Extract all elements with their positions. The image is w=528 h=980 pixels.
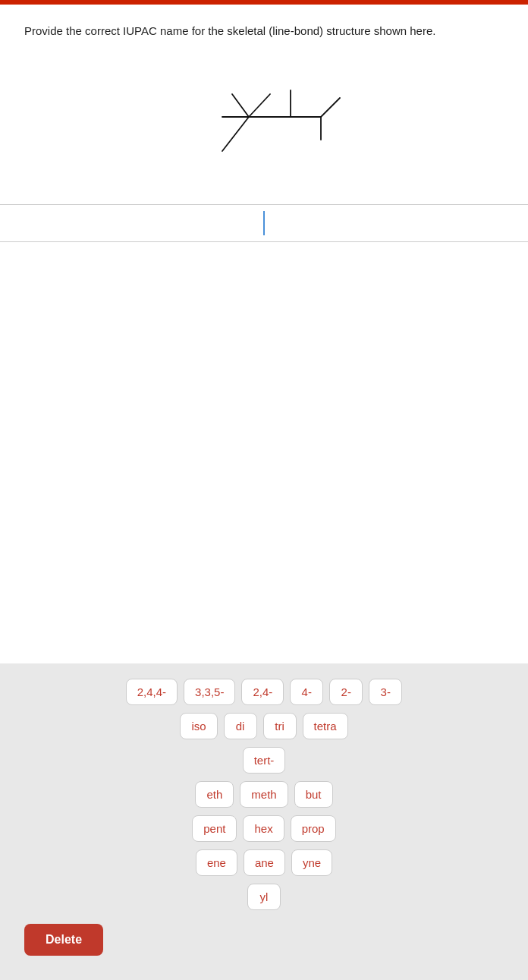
key-335[interactable]: 3,3,5- [184,679,235,705]
key-row-4: pent hex prop [192,815,335,842]
question-section: Provide the correct IUPAC name for the s… [0,5,528,204]
key-yl[interactable]: yl [247,884,281,910]
key-row-2: tert- [243,747,286,774]
svg-line-7 [321,98,340,117]
key-di[interactable]: di [224,713,257,739]
key-2[interactable]: 2- [329,679,363,705]
key-tert[interactable]: tert- [243,747,286,774]
key-244[interactable]: 2,4,4- [126,679,178,705]
svg-line-2 [232,94,249,117]
question-text: Provide the correct IUPAC name for the s… [24,23,504,40]
blank-space [0,242,528,664]
answer-input-area[interactable] [0,204,528,242]
key-yne[interactable]: yne [291,849,332,876]
key-prop[interactable]: prop [291,815,336,842]
key-meth[interactable]: meth [240,781,288,808]
key-ene[interactable]: ene [196,849,237,876]
key-hex[interactable]: hex [243,815,284,842]
key-eth[interactable]: eth [195,781,234,808]
key-row-5: ene ane yne [196,849,332,876]
key-row-3: eth meth but [195,781,332,808]
key-row-1: iso di tri tetra [180,713,347,739]
keyboard-section: 2,4,4- 3,3,5- 2,4- 4- 2- 3- iso di tri t… [0,663,528,980]
key-pent[interactable]: pent [192,815,237,842]
key-row-6: yl [247,884,281,910]
molecule-svg [181,52,347,174]
svg-line-0 [222,117,249,151]
key-iso[interactable]: iso [180,713,217,739]
key-row-0: 2,4,4- 3,3,5- 2,4- 4- 2- 3- [126,679,403,705]
svg-line-3 [249,94,270,117]
key-24[interactable]: 2,4- [241,679,284,705]
key-ane[interactable]: ane [244,849,285,876]
key-tri[interactable]: tri [263,713,297,739]
molecule-container [24,40,504,192]
key-3[interactable]: 3- [369,679,402,705]
key-4[interactable]: 4- [290,679,323,705]
delete-button[interactable]: Delete [24,924,103,956]
key-tetra[interactable]: tetra [303,713,348,739]
answer-cursor [263,211,265,235]
key-but[interactable]: but [294,781,333,808]
